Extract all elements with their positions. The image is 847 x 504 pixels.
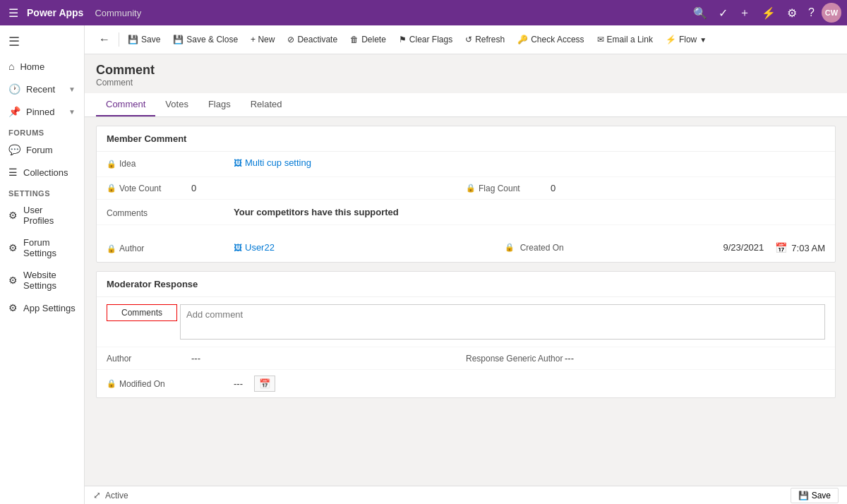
- new-button[interactable]: + New: [245, 31, 280, 48]
- flag-count-value: 0: [551, 183, 825, 193]
- response-generic-col: Response Generic Author ---: [466, 353, 825, 364]
- filter-icon[interactable]: ⚡: [757, 4, 780, 23]
- top-nav: ☰ Power Apps Community 🔍 ✓ ＋ ⚡ ⚙ ? CW: [0, 0, 847, 25]
- email-icon: ✉: [597, 35, 604, 44]
- brand-logo: Power Apps: [27, 7, 83, 18]
- sidebar-item-forum-settings[interactable]: ⚙ Forum Settings: [0, 232, 84, 264]
- toolbar: ← 💾 Save 💾 Save & Close + New ⊘ Deactiva…: [85, 25, 847, 54]
- comments-box-label: Comments: [107, 304, 177, 321]
- save-label: Save: [141, 35, 160, 44]
- settings-icon[interactable]: ⚙: [783, 4, 801, 23]
- save-button[interactable]: 💾 Save: [122, 31, 166, 48]
- sidebar-label-website-settings: Website Settings: [23, 270, 76, 291]
- save-close-icon: 💾: [173, 35, 184, 44]
- sidebar-item-collections[interactable]: ☰ Collections: [0, 161, 84, 184]
- author-createdon-row: 🔒 Author 🖼 User22 🔒 Created On 9/23/20: [97, 236, 835, 262]
- recent-icon: 🕐: [8, 83, 20, 95]
- comments-row: Comments Your competitors have this supp…: [97, 200, 835, 225]
- mod-comments-label-box: Comments: [107, 304, 177, 321]
- app-settings-icon: ⚙: [8, 302, 18, 313]
- sidebar-label-recent: Recent: [26, 84, 55, 95]
- sidebar-item-home[interactable]: ⌂ Home: [0, 55, 84, 78]
- flag-lock-icon: 🔒: [466, 184, 476, 193]
- check-access-label: Check Access: [531, 35, 584, 44]
- refresh-label: Refresh: [475, 35, 505, 44]
- idea-lock-icon: 🔒: [107, 160, 116, 169]
- idea-value: 🖼 Multi cup setting: [234, 157, 825, 168]
- page-subtitle: Comment: [96, 78, 836, 88]
- email-link-button[interactable]: ✉ Email a Link: [591, 31, 659, 48]
- calendar-picker-button[interactable]: 📅: [254, 376, 275, 392]
- sidebar-item-app-settings[interactable]: ⚙ App Settings: [0, 296, 84, 319]
- sidebar-item-forum[interactable]: 💬 Forum: [0, 138, 84, 161]
- hamburger-icon[interactable]: ☰: [6, 4, 21, 23]
- tab-related[interactable]: Related: [241, 93, 292, 116]
- vote-flag-row: 🔒 Vote Count 0 🔒 Flag Count 0: [97, 177, 835, 200]
- tab-comment[interactable]: Comment: [96, 93, 155, 116]
- pinned-chevron-icon: ▼: [68, 108, 76, 116]
- tab-flags[interactable]: Flags: [198, 93, 241, 116]
- check-access-button[interactable]: 🔑 Check Access: [512, 31, 589, 48]
- back-button[interactable]: ←: [93, 30, 116, 49]
- idea-label: 🔒 Idea: [107, 157, 234, 169]
- nav-community[interactable]: Community: [95, 8, 141, 18]
- moderator-response-section: Moderator Response Comments Author ---: [96, 271, 836, 398]
- clear-flags-icon: ⚑: [399, 35, 407, 44]
- sidebar-label-user-profiles: User Profiles: [23, 205, 76, 226]
- sidebar-hamburger[interactable]: ☰: [0, 28, 84, 55]
- flag-count-col: 🔒 Flag Count 0: [466, 183, 825, 193]
- settings-section-label: Settings: [0, 184, 84, 199]
- flow-icon: ⚡: [666, 35, 676, 44]
- tab-votes[interactable]: Votes: [155, 93, 198, 116]
- mod-author-label: Author: [107, 354, 191, 364]
- save-close-button[interactable]: 💾 Save & Close: [167, 31, 244, 48]
- status-save-button[interactable]: 💾 Save: [791, 488, 839, 503]
- forums-section-label: Forums: [0, 123, 84, 138]
- delete-label: Delete: [361, 35, 386, 44]
- idea-link[interactable]: 🖼 Multi cup setting: [234, 157, 311, 168]
- pinned-icon: 📌: [8, 106, 20, 117]
- deactivate-button[interactable]: ⊘ Deactivate: [282, 31, 343, 48]
- mod-author-col: Author ---: [107, 353, 466, 364]
- add-icon[interactable]: ＋: [735, 3, 755, 23]
- modified-on-value: --- 📅: [234, 376, 275, 392]
- search-icon[interactable]: 🔍: [689, 4, 711, 23]
- author-link-icon: 🖼: [234, 243, 242, 253]
- status-bar-left: ⤢ Active: [93, 490, 128, 500]
- author-value: 🖼 User22: [234, 242, 505, 253]
- sidebar-item-user-profiles[interactable]: ⚙ User Profiles: [0, 199, 84, 232]
- user-avatar[interactable]: CW: [822, 3, 841, 23]
- mod-author-value: ---: [191, 353, 200, 364]
- save-close-label: Save & Close: [186, 35, 238, 44]
- author-link[interactable]: 🖼 User22: [234, 242, 275, 253]
- delete-icon: 🗑: [350, 35, 359, 44]
- favorite-icon[interactable]: ✓: [714, 4, 732, 23]
- clear-flags-button[interactable]: ⚑ Clear Flags: [393, 31, 458, 48]
- refresh-button[interactable]: ↺ Refresh: [459, 31, 510, 48]
- email-link-label: Email a Link: [607, 35, 653, 44]
- expand-icon[interactable]: ⤢: [93, 490, 101, 500]
- sidebar-label-forum: Forum: [26, 145, 53, 155]
- help-icon[interactable]: ?: [804, 4, 819, 22]
- sidebar-item-website-settings[interactable]: ⚙ Website Settings: [0, 264, 84, 296]
- refresh-icon: ↺: [465, 35, 472, 44]
- page-content: Comment Comment Comment Votes Flags Rela…: [85, 54, 847, 486]
- sidebar-item-pinned[interactable]: 📌 Pinned ▼: [0, 100, 84, 123]
- flow-button[interactable]: ⚡ Flow ▼: [660, 31, 712, 48]
- sidebar-label-home: Home: [20, 61, 44, 72]
- status-bar-right: 💾 Save: [791, 488, 839, 503]
- spacer-row: [97, 225, 835, 236]
- calendar-icon: 📅: [775, 242, 787, 253]
- sidebar-item-recent[interactable]: 🕐 Recent ▼: [0, 78, 84, 100]
- modified-on-label: 🔒 Modified On: [107, 379, 234, 389]
- vote-count-value: 0: [191, 183, 466, 193]
- modified-on-row: 🔒 Modified On --- 📅: [97, 370, 835, 397]
- idea-link-icon: 🖼: [234, 158, 242, 168]
- mod-comments-textarea[interactable]: [180, 304, 825, 340]
- author-label: 🔒 Author: [107, 242, 234, 253]
- response-generic-value: ---: [565, 353, 574, 364]
- delete-button[interactable]: 🗑 Delete: [344, 31, 392, 48]
- idea-row: 🔒 Idea 🖼 Multi cup setting: [97, 152, 835, 177]
- home-icon: ⌂: [8, 61, 14, 72]
- forum-settings-icon: ⚙: [8, 242, 18, 253]
